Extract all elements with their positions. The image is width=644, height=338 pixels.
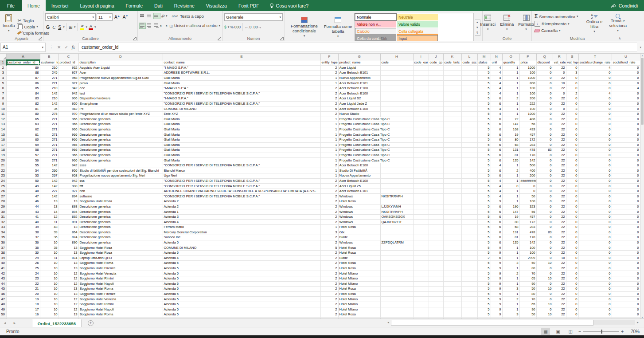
cell-N5[interactable]: 4	[491, 81, 502, 86]
cell-S28[interactable]: 0	[566, 199, 578, 204]
cell-C41[interactable]: 13	[59, 266, 78, 271]
cell-T10[interactable]: 0	[578, 106, 612, 112]
cell-J38[interactable]	[429, 250, 443, 255]
cell-T32[interactable]: 0	[578, 220, 612, 225]
cell-E25[interactable]: "CONSORZIO PER I SERVIZI DI TELEFONIA MO…	[163, 184, 320, 189]
cell-C28[interactable]: 13	[59, 199, 78, 204]
cell-M19[interactable]: 5	[477, 153, 491, 158]
cell-S26[interactable]: 0	[566, 189, 578, 194]
cell-F43[interactable]: 2	[320, 276, 338, 281]
cell-A16[interactable]: 60	[6, 137, 40, 142]
cell-S7[interactable]: 2	[566, 91, 578, 96]
cell-U39[interactable]: 0	[612, 255, 640, 261]
cell-S49[interactable]: 0	[566, 307, 578, 312]
cell-J47[interactable]	[429, 297, 443, 302]
sort-filter-button[interactable]: AZ Ordina e filtra ▾	[584, 13, 605, 35]
cell-B26[interactable]: 227	[40, 189, 59, 194]
cell-L11[interactable]	[461, 111, 477, 117]
cell-A10[interactable]: 81	[6, 106, 40, 112]
cell-A30[interactable]: 43	[6, 209, 40, 215]
cell-F14[interactable]: 1	[320, 127, 338, 132]
cell-M22[interactable]: 5	[477, 168, 491, 173]
cell-B29[interactable]: 13	[40, 204, 59, 209]
tell-me-box[interactable]: Cosa vuoi fare?	[265, 0, 313, 11]
cell-O4[interactable]: 1	[502, 75, 519, 81]
cell-S21[interactable]: 0	[566, 163, 578, 168]
cell-S4[interactable]: 0	[566, 75, 578, 81]
cell-U22[interactable]: 0	[612, 168, 640, 173]
cell-H6[interactable]	[380, 86, 413, 91]
cell-F49[interactable]: 2	[320, 307, 338, 312]
cell-B39[interactable]: 11	[40, 255, 59, 261]
cell-E11[interactable]: Ente XYZ	[163, 111, 320, 117]
name-box[interactable]: A1▾	[0, 43, 46, 52]
cell-J43[interactable]	[429, 276, 443, 281]
cell-T34[interactable]: 0	[578, 230, 612, 235]
cell-R33[interactable]: 22	[553, 225, 566, 230]
cell-O10[interactable]: 1	[502, 106, 519, 112]
cell-J13[interactable]	[429, 122, 443, 127]
cell-F9[interactable]: 2	[320, 101, 338, 106]
cell-I5[interactable]	[413, 81, 429, 86]
decrease-font-button[interactable]: A▼	[122, 15, 129, 20]
share-button[interactable]: Condividi	[605, 0, 644, 11]
cell-O26[interactable]: 1	[502, 189, 519, 194]
cell-H3[interactable]	[380, 71, 413, 76]
cell-M21[interactable]: 5	[477, 163, 491, 168]
cell-N22[interactable]: 6	[491, 168, 502, 173]
cell-Q33[interactable]: 0	[536, 225, 553, 230]
cell-G19[interactable]: Progetto Costruzione Casa Tipo C	[338, 153, 413, 158]
cell-F29[interactable]: 2	[320, 204, 338, 209]
cell-F41[interactable]: 2	[320, 266, 338, 271]
cell-U31[interactable]: 0	[612, 214, 640, 220]
cell-P12[interactable]: 486	[519, 117, 536, 122]
cell-B6[interactable]: 210	[40, 86, 59, 91]
cell-P10[interactable]: 100	[519, 106, 536, 112]
cell-B25[interactable]: 142	[40, 184, 59, 189]
cell-M32[interactable]: 5	[477, 220, 491, 225]
cell-O38[interactable]: 1	[502, 250, 519, 255]
cell-N24[interactable]: 4	[491, 178, 502, 184]
cell-K12[interactable]	[443, 117, 461, 122]
cell-T20[interactable]: 0	[578, 158, 612, 163]
cell-C47[interactable]: 12	[59, 297, 78, 302]
cell-U43[interactable]: 0	[612, 276, 640, 281]
cell-O27[interactable]: 1	[502, 194, 519, 199]
cell-E42[interactable]: Azienda 5	[163, 271, 320, 276]
cell-G7[interactable]: Acer Betouch E100	[338, 91, 380, 96]
cell-S46[interactable]: 0	[566, 291, 578, 297]
cell-E5[interactable]: Giali Maria	[163, 81, 320, 86]
cell-T16[interactable]: 0	[578, 137, 612, 142]
cell-H2[interactable]	[380, 65, 413, 71]
cell-I25[interactable]	[413, 184, 429, 189]
cell-D29[interactable]: Descrizione generica	[78, 204, 163, 209]
cell-H30[interactable]: NKSITRRVPH	[380, 209, 413, 215]
clear-button[interactable]: Cancella▾	[535, 28, 578, 33]
cell-K23[interactable]	[443, 173, 461, 179]
cell-U4[interactable]: 0	[612, 75, 640, 81]
cell-L18[interactable]	[461, 148, 477, 153]
cell-I36[interactable]	[413, 240, 429, 245]
cell-T19[interactable]: 0	[578, 153, 612, 158]
cell-K40[interactable]	[443, 261, 461, 266]
cell-H5[interactable]	[380, 81, 413, 86]
row-header-26[interactable]: 26	[0, 189, 6, 194]
row-header-7[interactable]: 7	[0, 91, 6, 96]
cell-T5[interactable]: 0	[578, 81, 612, 86]
cell-L23[interactable]	[461, 173, 477, 179]
cell-H34[interactable]	[380, 230, 413, 235]
cell-I9[interactable]	[413, 101, 429, 106]
row-header-30[interactable]: 30	[0, 209, 6, 215]
wrap-text-button[interactable]: ab↵ Testo a capo	[172, 14, 203, 19]
cell-F50[interactable]: 2	[320, 312, 338, 318]
cell-A27[interactable]: 47	[6, 194, 40, 199]
cell-G23[interactable]: Nuovo Appartamento	[338, 173, 380, 179]
cell-T1[interactable]: socialsurcharge_rate	[578, 60, 612, 65]
cell-O45[interactable]: 3	[502, 287, 519, 292]
cell-N14[interactable]: 6	[491, 127, 502, 132]
paste-button[interactable]: Incolla ▾	[2, 13, 16, 40]
cell-T49[interactable]: 0	[578, 307, 612, 312]
cell-U25[interactable]: 0	[612, 184, 640, 189]
cell-P23[interactable]: 200	[519, 173, 536, 179]
row-header-14[interactable]: 14	[0, 127, 6, 132]
